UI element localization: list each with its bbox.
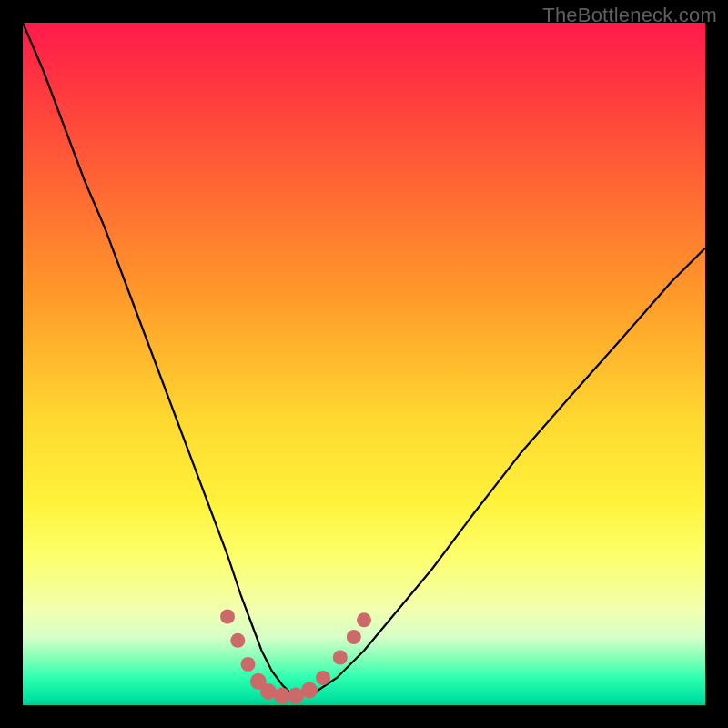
curve-marker-dot: [230, 633, 245, 648]
curve-marker-dot: [220, 610, 235, 624]
curve-marker-dot: [357, 612, 371, 627]
chart-frame: TheBottleneck.com: [0, 0, 728, 728]
bottleneck-curve: [23, 23, 705, 695]
curve-markers: [220, 610, 371, 704]
curve-marker-dot: [347, 630, 361, 644]
curve-marker-dot: [333, 651, 348, 665]
curve-marker-dot: [316, 671, 330, 685]
curve-marker-dot: [301, 682, 318, 699]
chart-plot-area: [23, 23, 705, 705]
curve-marker-dot: [241, 657, 256, 672]
bottleneck-curve-svg: [23, 23, 705, 705]
